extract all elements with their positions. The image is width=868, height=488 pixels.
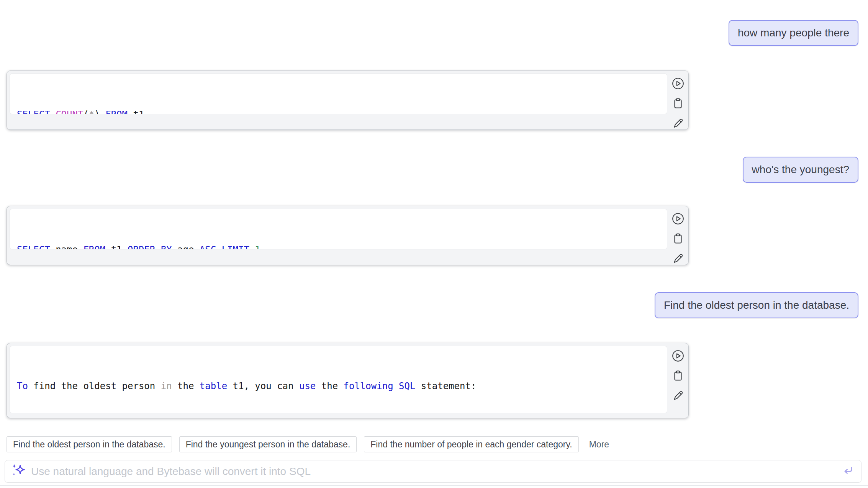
clipboard-icon bbox=[672, 233, 684, 245]
suggestion-label: Find the oldest person in the database. bbox=[13, 439, 165, 450]
pencil-icon bbox=[671, 389, 685, 402]
pencil-icon bbox=[671, 117, 685, 130]
ai-sparkle-icon bbox=[12, 464, 25, 479]
edit-sql-button[interactable] bbox=[671, 251, 685, 266]
assistant-response-block: To find the oldest person in the table t… bbox=[7, 343, 689, 418]
user-message-row: Find the oldest person in the database. bbox=[0, 292, 868, 318]
assistant-response-block: SELECT name FROM t1 ORDER BY age ASC LIM… bbox=[7, 206, 689, 265]
run-sql-button[interactable] bbox=[671, 76, 685, 91]
sql-code-line: SELECT COUNT(*) FROM t1 bbox=[17, 108, 660, 114]
user-message-text: Find the oldest person in the database. bbox=[664, 299, 849, 311]
more-suggestions-button[interactable]: More bbox=[586, 439, 612, 450]
sql-code-line: SELECT name FROM t1 ORDER BY age ASC LIM… bbox=[17, 243, 660, 249]
edit-sql-button[interactable] bbox=[671, 116, 685, 131]
user-message-bubble: Find the oldest person in the database. bbox=[655, 292, 858, 318]
user-message-text: how many people there bbox=[738, 27, 849, 39]
play-circle-icon bbox=[671, 77, 685, 90]
assistant-response-block: SELECT COUNT(*) FROM t1 bbox=[7, 70, 689, 130]
suggestion-label: Find the number of people in each gender… bbox=[370, 439, 572, 450]
pencil-icon bbox=[671, 252, 685, 265]
nl-to-sql-input-bar bbox=[5, 460, 861, 483]
code-actions bbox=[671, 76, 685, 131]
clipboard-icon bbox=[672, 370, 684, 382]
edit-sql-button[interactable] bbox=[671, 388, 685, 403]
nl-query-input[interactable] bbox=[30, 465, 837, 478]
copy-sql-button[interactable] bbox=[671, 368, 685, 383]
suggestion-chip-oldest[interactable]: Find the oldest person in the database. bbox=[7, 436, 172, 452]
suggestion-row: Find the oldest person in the database. … bbox=[7, 436, 868, 452]
copy-sql-button[interactable] bbox=[671, 96, 685, 111]
suggestion-label: Find the youngest person in the database… bbox=[186, 439, 350, 450]
run-sql-button[interactable] bbox=[671, 211, 685, 226]
sql-code-area: To find the oldest person in the table t… bbox=[10, 346, 667, 413]
run-sql-button[interactable] bbox=[671, 349, 685, 363]
sql-code-area: SELECT COUNT(*) FROM t1 bbox=[10, 74, 667, 114]
user-message-bubble: how many people there bbox=[729, 20, 858, 46]
return-key-icon bbox=[841, 464, 854, 478]
code-actions bbox=[671, 349, 685, 403]
sql-code-area: SELECT name FROM t1 ORDER BY age ASC LIM… bbox=[10, 209, 667, 249]
user-message-row: how many people there bbox=[0, 20, 868, 46]
suggestion-chip-gender-count[interactable]: Find the number of people in each gender… bbox=[364, 436, 578, 452]
user-message-text: who's the youngest? bbox=[752, 164, 849, 176]
play-circle-icon bbox=[671, 212, 685, 225]
bottom-divider bbox=[0, 485, 868, 486]
play-circle-icon bbox=[671, 349, 685, 362]
copy-sql-button[interactable] bbox=[671, 231, 685, 246]
clipboard-icon bbox=[672, 97, 684, 110]
user-message-row: who's the youngest? bbox=[0, 157, 868, 183]
user-message-bubble: who's the youngest? bbox=[743, 157, 858, 183]
code-actions bbox=[671, 211, 685, 266]
submit-query-button[interactable] bbox=[841, 464, 854, 478]
suggestion-chip-youngest[interactable]: Find the youngest person in the database… bbox=[179, 436, 357, 452]
sql-code-line: To find the oldest person in the table t… bbox=[17, 379, 660, 393]
